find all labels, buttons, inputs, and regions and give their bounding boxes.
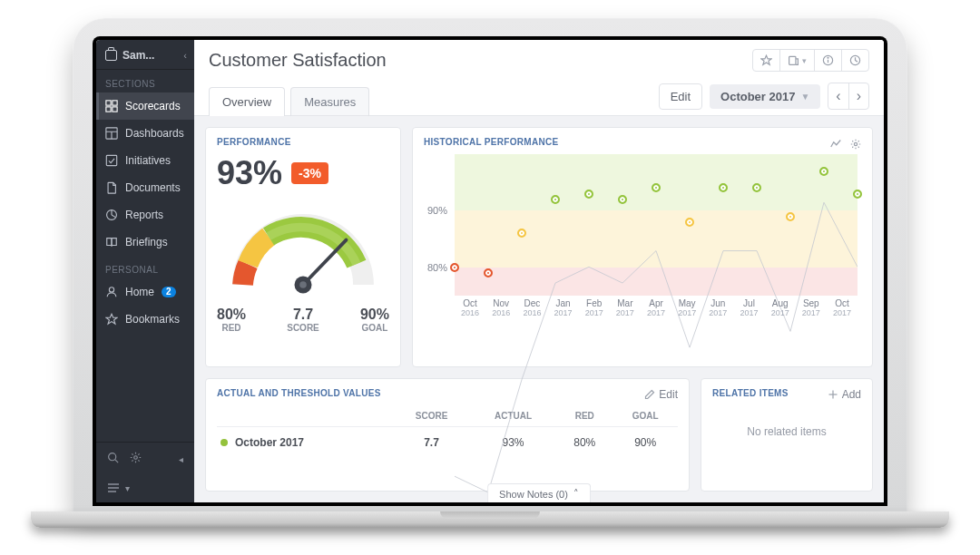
chart-point[interactable] <box>752 183 761 192</box>
svg-rect-1 <box>113 101 117 105</box>
chart-point[interactable] <box>786 212 795 221</box>
chart-point[interactable] <box>652 183 661 192</box>
svg-point-26 <box>854 142 857 145</box>
sidebar-item-label: Reports <box>125 209 163 221</box>
svg-rect-7 <box>106 155 116 165</box>
sidebar-item-briefings[interactable]: Briefings <box>96 229 194 256</box>
org-name: Sam... <box>122 49 178 62</box>
performance-pct: 93% <box>217 154 282 192</box>
next-period-button[interactable]: › <box>848 83 868 109</box>
chart-point[interactable] <box>450 263 459 272</box>
chart-point[interactable] <box>584 190 593 199</box>
gauge <box>217 196 389 305</box>
svg-marker-17 <box>761 55 771 64</box>
sidebar-item-home[interactable]: Home 2 <box>96 278 194 306</box>
page-header: Customer Satisfaction ▾ Overview <box>194 40 884 116</box>
sidebar-item-dashboards[interactable]: Dashboards <box>96 120 194 147</box>
export-button[interactable]: ▾ <box>779 50 814 71</box>
sidebar: Sam... ‹ SECTIONS Scorecards Dashboards <box>96 40 194 502</box>
grid-icon <box>105 100 118 112</box>
section-header-sections: SECTIONS <box>96 70 194 92</box>
svg-point-13 <box>134 456 138 460</box>
sidebar-item-label: Scorecards <box>125 100 181 112</box>
performance-card: PERFORMANCE 93% -3% <box>205 127 401 367</box>
sidebar-item-label: Documents <box>125 181 181 194</box>
gear-icon[interactable] <box>850 137 861 153</box>
check-square-icon <box>105 154 118 167</box>
show-notes-label: Show Notes (0) <box>499 489 568 500</box>
svg-rect-2 <box>106 107 111 112</box>
page-title: Customer Satisfaction <box>209 50 743 71</box>
svg-rect-18 <box>789 56 796 64</box>
sidebar-item-label: Home <box>125 286 154 298</box>
edit-button[interactable]: Edit <box>659 83 702 110</box>
gear-icon[interactable] <box>130 452 142 466</box>
chart-point[interactable] <box>484 268 493 278</box>
atv-period: October 2017 <box>235 436 304 449</box>
prev-period-button[interactable]: ‹ <box>828 83 848 109</box>
perf-score-value: 7.7 <box>287 307 319 323</box>
status-dot-icon <box>220 439 228 446</box>
perf-goal-value: 90% <box>360 307 389 323</box>
svg-marker-10 <box>106 314 117 324</box>
chart-type-icon[interactable] <box>830 137 841 153</box>
sidebar-item-label: Briefings <box>125 236 168 248</box>
book-icon <box>105 236 118 248</box>
chart-point[interactable] <box>517 229 526 238</box>
sidebar-item-label: Initiatives <box>125 154 171 167</box>
card-title: HISTORICAL PERFORMANCE <box>424 137 861 147</box>
chart-point[interactable] <box>551 195 560 204</box>
search-icon[interactable] <box>107 452 119 466</box>
main-area: Customer Satisfaction ▾ Overview <box>194 40 884 502</box>
performance-delta: -3% <box>291 162 328 184</box>
info-button[interactable] <box>814 50 841 71</box>
header-actions: ▾ <box>752 49 869 72</box>
sidebar-item-reports[interactable]: Reports <box>96 201 194 229</box>
sidebar-item-documents[interactable]: Documents <box>96 174 194 201</box>
chart-point[interactable] <box>819 167 828 176</box>
menu-icon[interactable]: ▾ <box>96 475 194 502</box>
caret-down-icon: ▼ <box>800 92 809 102</box>
chart-point[interactable] <box>853 190 862 199</box>
svg-point-11 <box>109 453 116 461</box>
org-switcher[interactable]: Sam... ‹ <box>96 40 194 70</box>
home-badge: 2 <box>162 287 176 297</box>
historical-card: HISTORICAL PERFORMANCE 90%80% Oct2016Nov… <box>412 127 873 367</box>
period-selector[interactable]: October 2017 ▼ <box>710 84 820 109</box>
svg-point-21 <box>828 57 828 58</box>
dashboard-icon <box>105 127 118 140</box>
tab-measures[interactable]: Measures <box>290 87 369 116</box>
perf-red-label: RED <box>217 323 246 333</box>
chart-point[interactable] <box>685 218 694 227</box>
person-icon <box>105 286 118 298</box>
perf-score-label: SCORE <box>287 323 319 333</box>
svg-rect-3 <box>113 107 117 112</box>
suitcase-icon <box>105 50 117 61</box>
chevron-left-icon: ‹ <box>183 50 187 61</box>
pie-icon <box>105 209 118 221</box>
favorite-button[interactable] <box>753 50 779 71</box>
show-notes-button[interactable]: Show Notes (0) ˄ <box>487 483 591 502</box>
period-pager: ‹ › <box>828 83 869 110</box>
tabs: Overview Measures <box>209 86 369 115</box>
star-icon <box>105 313 118 326</box>
historical-chart: 90%80% Oct2016Nov2016Dec2016Jan2017Feb20… <box>424 154 861 317</box>
history-button[interactable] <box>841 50 868 71</box>
sidebar-item-label: Dashboards <box>125 127 184 140</box>
chevron-up-icon: ˄ <box>573 488 579 500</box>
perf-goal-label: GOAL <box>360 323 389 333</box>
tab-overview[interactable]: Overview <box>209 87 285 116</box>
chart-point[interactable] <box>719 183 728 192</box>
section-header-personal: PERSONAL <box>96 256 194 278</box>
sidebar-item-label: Bookmarks <box>125 313 180 326</box>
chart-point[interactable] <box>618 195 627 204</box>
svg-line-23 <box>303 240 347 285</box>
sidebar-item-initiatives[interactable]: Initiatives <box>96 147 194 174</box>
collapse-arrow-icon[interactable]: ◂ <box>179 454 183 464</box>
svg-point-9 <box>109 287 113 292</box>
document-icon <box>105 181 118 194</box>
svg-line-12 <box>115 460 118 462</box>
svg-rect-0 <box>106 101 111 105</box>
sidebar-item-bookmarks[interactable]: Bookmarks <box>96 306 194 333</box>
sidebar-item-scorecards[interactable]: Scorecards <box>96 92 194 120</box>
